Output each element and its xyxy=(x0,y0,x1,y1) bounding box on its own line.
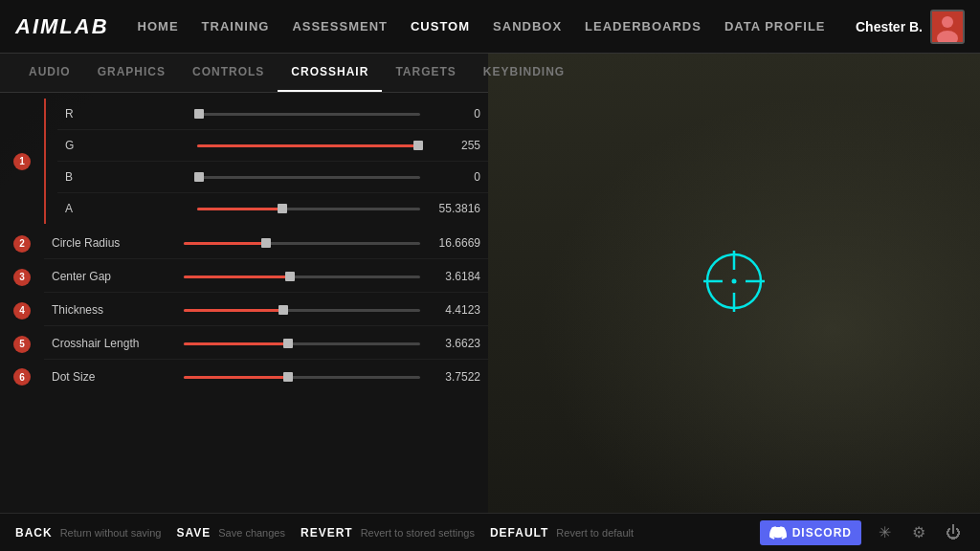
svg-point-1 xyxy=(942,16,953,28)
step-5-badge: 5 xyxy=(13,336,31,353)
revert-desc: Revert to stored settings xyxy=(361,527,475,539)
value-crosshair-length: 3.6623 xyxy=(428,337,480,350)
row-center-gap: 3 Center Gap 3.6184 xyxy=(44,261,488,293)
nav-custom[interactable]: CUSTOM xyxy=(411,19,470,33)
nav-sandbox[interactable]: SANDBOX xyxy=(493,19,562,33)
step-4-badge: 4 xyxy=(13,302,31,320)
discord-label: DISCORD xyxy=(792,526,852,540)
discord-button[interactable]: DISCORD xyxy=(760,520,861,545)
settings-icon-button[interactable]: ⚙ xyxy=(907,521,930,544)
revert-action: REVERT Revert to stored settings xyxy=(301,526,475,540)
value-a: 55.3816 xyxy=(428,202,480,215)
slider-b[interactable] xyxy=(197,167,420,187)
slider-crosshair-length[interactable] xyxy=(184,334,420,353)
crosshair-preview-panel xyxy=(488,54,980,513)
row-circle-radius: 2 Circle Radius 16.6669 xyxy=(44,228,488,259)
label-thickness: Thickness xyxy=(52,303,176,317)
bottom-bar: BACK Return without saving SAVE Save cha… xyxy=(0,513,980,551)
save-desc: Save changes xyxy=(218,527,285,539)
user-area: Chester B. xyxy=(856,10,965,44)
tab-controls[interactable]: CONTROLS xyxy=(179,54,278,92)
top-navigation: AIMLAB HOME TRAINING ASSESSMENT CUSTOM S… xyxy=(0,0,980,54)
step-6-badge: 6 xyxy=(13,368,31,386)
slider-g[interactable] xyxy=(197,136,420,155)
left-panel: AUDIO GRAPHICS CONTROLS CROSSHAIR TARGET… xyxy=(0,54,488,513)
label-dot-size: Dot Size xyxy=(52,370,176,384)
nav-leaderboards[interactable]: LEADERBOARDS xyxy=(585,19,702,33)
setting-row-b: B 0 xyxy=(57,162,488,193)
nav-assessment[interactable]: ASSESSMENT xyxy=(292,19,388,33)
slider-center-gap[interactable] xyxy=(184,267,420,286)
avatar[interactable] xyxy=(930,10,965,44)
default-button[interactable]: DEFAULT xyxy=(490,526,548,540)
label-center-gap: Center Gap xyxy=(52,270,176,283)
value-circle-radius: 16.6669 xyxy=(428,236,480,250)
label-crosshair-length: Crosshair Length xyxy=(52,337,176,350)
back-action: BACK Return without saving xyxy=(15,526,161,540)
slider-a[interactable] xyxy=(197,199,420,218)
slider-r[interactable] xyxy=(197,104,420,123)
main-content: AUDIO GRAPHICS CONTROLS CROSSHAIR TARGET… xyxy=(0,54,980,513)
label-b: B xyxy=(65,170,189,184)
setting-row-g: G 255 xyxy=(57,130,488,162)
value-g: 255 xyxy=(428,139,480,152)
nav-items: HOME TRAINING ASSESSMENT CUSTOM SANDBOX … xyxy=(138,19,856,33)
crosshair-preview xyxy=(696,243,772,323)
tab-targets[interactable]: TARGETS xyxy=(382,54,469,92)
setting-row-a: A 55.3816 xyxy=(57,193,488,224)
discord-icon xyxy=(769,524,787,541)
nav-data-profile[interactable]: DATA PROFILE xyxy=(724,19,826,33)
back-desc: Return without saving xyxy=(60,527,162,539)
power-icon-button[interactable]: ⏻ xyxy=(942,521,965,544)
settings-area: 1 R 0 xyxy=(0,93,488,400)
row-dot-size: 6 Dot Size 3.7522 xyxy=(44,362,488,392)
row-crosshair-length: 5 Crosshair Length 3.6623 xyxy=(44,328,488,360)
revert-button[interactable]: REVERT xyxy=(301,526,353,540)
tab-crosshair[interactable]: CROSSHAIR xyxy=(278,54,382,92)
value-center-gap: 3.6184 xyxy=(428,270,480,283)
save-action: SAVE Save changes xyxy=(176,526,285,540)
logo: AIMLAB xyxy=(15,14,109,39)
row-thickness: 4 Thickness 4.4123 xyxy=(44,295,488,326)
svg-point-8 xyxy=(732,279,737,284)
label-circle-radius: Circle Radius xyxy=(52,236,176,250)
tab-bar: AUDIO GRAPHICS CONTROLS CROSSHAIR TARGET… xyxy=(0,54,488,93)
label-r: R xyxy=(65,107,189,121)
rgba-group: R 0 G xyxy=(44,99,488,224)
step-2-badge: 2 xyxy=(13,235,31,253)
slider-circle-radius[interactable] xyxy=(184,233,420,253)
slider-thickness[interactable] xyxy=(184,300,420,320)
step-1-badge: 1 xyxy=(13,153,31,170)
default-action: DEFAULT Revert to default xyxy=(490,526,634,540)
tab-audio[interactable]: AUDIO xyxy=(15,54,84,92)
value-r: 0 xyxy=(428,107,480,121)
tab-graphics[interactable]: GRAPHICS xyxy=(84,54,179,92)
individual-settings: 2 Circle Radius 16.6669 3 xyxy=(44,228,488,392)
step-3-badge: 3 xyxy=(13,269,31,286)
slider-dot-size[interactable] xyxy=(184,367,420,386)
nav-training[interactable]: TRAINING xyxy=(202,19,270,33)
value-b: 0 xyxy=(428,170,480,184)
save-button[interactable]: SAVE xyxy=(176,526,211,540)
default-desc: Revert to default xyxy=(556,527,634,539)
sun-icon-button[interactable]: ✳ xyxy=(873,521,896,544)
value-thickness: 4.4123 xyxy=(428,303,480,317)
label-g: G xyxy=(65,139,189,152)
label-a: A xyxy=(65,202,189,215)
username: Chester B. xyxy=(856,19,923,34)
nav-home[interactable]: HOME xyxy=(138,19,179,33)
bottom-right-area: DISCORD ✳ ⚙ ⏻ xyxy=(760,520,965,545)
back-button[interactable]: BACK xyxy=(15,526,53,540)
setting-row-r: R 0 xyxy=(57,99,488,130)
value-dot-size: 3.7522 xyxy=(428,370,480,384)
